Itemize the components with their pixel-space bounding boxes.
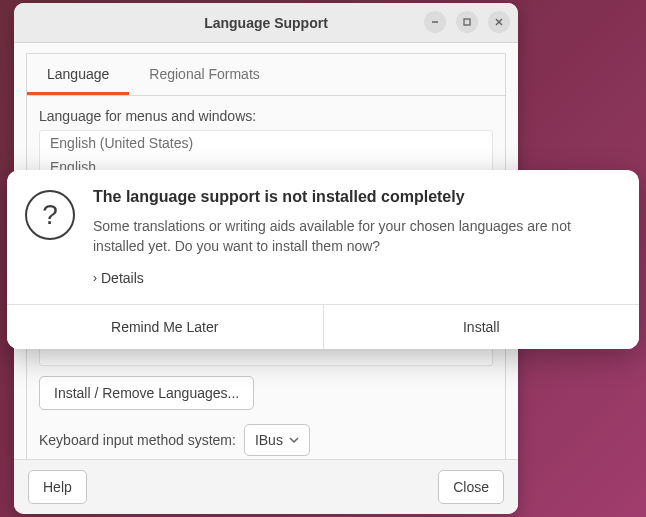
tab-regional-formats[interactable]: Regional Formats: [129, 54, 280, 95]
details-label: Details: [101, 270, 144, 286]
install-button[interactable]: Install: [323, 305, 640, 349]
chevron-right-icon: ›: [93, 271, 97, 285]
svg-rect-1: [464, 19, 470, 25]
window-title: Language Support: [204, 15, 328, 31]
dialog-text: The language support is not installed co…: [93, 188, 615, 286]
dialog-actions: Remind Me Later Install: [7, 304, 639, 349]
button-label: Install / Remove Languages...: [54, 385, 239, 401]
footer: Help Close: [14, 459, 518, 514]
details-expander[interactable]: › Details: [93, 270, 144, 286]
maximize-button[interactable]: [456, 11, 478, 33]
keyboard-label: Keyboard input method system:: [39, 432, 236, 448]
question-icon: ?: [25, 190, 75, 240]
help-button[interactable]: Help: [28, 470, 87, 504]
tab-bar: Language Regional Formats: [27, 54, 505, 96]
window-controls: [424, 11, 510, 33]
language-section-label: Language for menus and windows:: [39, 108, 493, 124]
remind-later-button[interactable]: Remind Me Later: [7, 305, 323, 349]
chevron-down-icon: [289, 436, 299, 444]
close-button[interactable]: [488, 11, 510, 33]
titlebar: Language Support: [14, 3, 518, 43]
tab-label: Regional Formats: [149, 66, 260, 82]
install-remove-languages-button[interactable]: Install / Remove Languages...: [39, 376, 254, 410]
dialog-body: ? The language support is not installed …: [7, 170, 639, 304]
button-label: Close: [453, 479, 489, 495]
keyboard-row: Keyboard input method system: IBus: [39, 424, 493, 456]
button-label: Help: [43, 479, 72, 495]
dialog-message: Some translations or writing aids availa…: [93, 216, 615, 257]
tab-language[interactable]: Language: [27, 54, 129, 95]
close-window-button[interactable]: Close: [438, 470, 504, 504]
button-label: Install: [463, 319, 500, 335]
minimize-button[interactable]: [424, 11, 446, 33]
tab-label: Language: [47, 66, 109, 82]
install-dialog: ? The language support is not installed …: [7, 170, 639, 349]
button-label: Remind Me Later: [111, 319, 218, 335]
keyboard-method-select[interactable]: IBus: [244, 424, 310, 456]
dialog-title: The language support is not installed co…: [93, 188, 615, 206]
select-value: IBus: [255, 432, 283, 448]
list-item[interactable]: English (United States): [40, 131, 492, 155]
